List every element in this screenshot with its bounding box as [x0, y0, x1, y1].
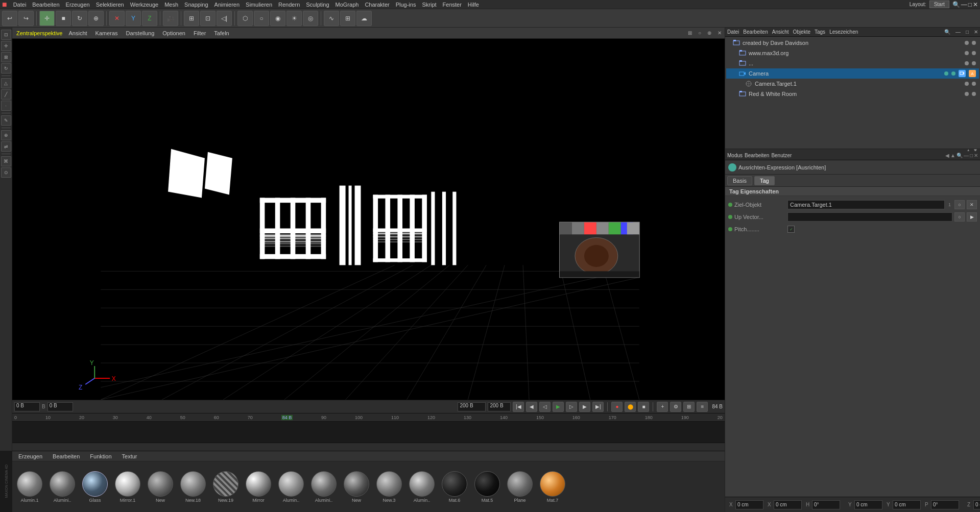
- x-rot-field[interactable]: 0 cm: [774, 500, 802, 509]
- scene-btn[interactable]: ☀: [286, 11, 302, 26]
- mat-tab-bearbeiten[interactable]: Bearbeiten: [51, 452, 82, 460]
- z-btn[interactable]: Z: [142, 11, 157, 26]
- viewport-area[interactable]: Zentralperspektive Ansicht Kameras Darst…: [12, 28, 725, 400]
- spline-btn[interactable]: ∿: [324, 11, 339, 26]
- timeline-grid-btn[interactable]: ⊞: [683, 402, 695, 412]
- redo-button[interactable]: ↪: [18, 11, 34, 26]
- timeline-ruler[interactable]: 0 10 20 30 40 50 60 70 84 B 90 100 110 1…: [12, 413, 725, 422]
- mat-new3[interactable]: New.3: [374, 471, 404, 503]
- rn-icon2[interactable]: —: [955, 29, 961, 35]
- mat-tab-textur[interactable]: Textur: [120, 452, 139, 460]
- props-tab-basis[interactable]: Basis: [727, 176, 752, 185]
- mat-alumin4[interactable]: Alumini..: [308, 471, 339, 503]
- prop-arr-btn[interactable]: ▶: [967, 212, 977, 222]
- menu-mograph[interactable]: MoGraph: [332, 1, 362, 8]
- poly-btn[interactable]: △: [1, 78, 11, 88]
- mat-tab-erzeugen[interactable]: Erzeugen: [16, 452, 44, 460]
- cube-btn[interactable]: ⬡: [237, 11, 253, 26]
- snap-btn[interactable]: ⊕: [1, 130, 11, 140]
- edge-btn[interactable]: ╱: [1, 89, 11, 100]
- select-all-btn[interactable]: ⊡: [1, 30, 11, 40]
- next-key-btn[interactable]: ▷: [566, 402, 577, 412]
- prop-value[interactable]: [787, 212, 952, 222]
- vp-icon-4[interactable]: ✕: [718, 30, 722, 36]
- auto-key-btn[interactable]: ⬤: [625, 402, 636, 412]
- paint-btn[interactable]: ✎: [1, 115, 11, 126]
- prop-clear-btn[interactable]: ✕: [967, 200, 977, 209]
- obj-row-camera-target[interactable]: Camera.Target.1: [726, 79, 979, 89]
- props-edit-btn[interactable]: Bearbeiten: [745, 153, 769, 158]
- menu-skript[interactable]: Skript: [419, 1, 439, 8]
- deform-btn[interactable]: ◉: [270, 11, 285, 26]
- timeline-add-btn[interactable]: +: [657, 402, 668, 412]
- prev-key-btn[interactable]: ◁: [539, 402, 551, 412]
- mat-new1[interactable]: New: [145, 471, 176, 503]
- obj-row-camera[interactable]: Camera A: [726, 68, 979, 79]
- menu-mesh[interactable]: Mesh: [161, 1, 181, 8]
- mat-mat7[interactable]: Mat.7: [537, 471, 568, 503]
- light-btn[interactable]: ◎: [303, 11, 318, 26]
- frame-start-field[interactable]: 0 B: [14, 402, 40, 411]
- vp-menu-ansicht[interactable]: Ansicht: [67, 29, 89, 37]
- move-button[interactable]: ✛: [39, 11, 55, 26]
- stop-btn[interactable]: ■: [638, 402, 649, 412]
- menu-fenster[interactable]: Fenster: [440, 1, 465, 8]
- rec-start-btn[interactable]: |◀: [513, 402, 524, 412]
- obj-row-dave[interactable]: created by Dave Davidson: [726, 38, 979, 48]
- play-btn[interactable]: ▶: [553, 402, 564, 412]
- p-field[interactable]: 0°: [931, 500, 959, 509]
- props-close[interactable]: ✕: [974, 153, 978, 158]
- vp-menu-darstellung[interactable]: Darstellung: [124, 29, 157, 37]
- rn-icon3[interactable]: □: [966, 29, 969, 35]
- frame-prev[interactable]: ◁|: [217, 11, 232, 26]
- x-btn[interactable]: ✕: [109, 11, 125, 26]
- menu-rendern[interactable]: Rendern: [275, 1, 303, 8]
- record-btn[interactable]: ●: [611, 402, 623, 412]
- menu-hilfe[interactable]: Hilfe: [465, 1, 482, 8]
- sculpt-btn[interactable]: ⌘: [1, 156, 11, 166]
- vp-icon-3[interactable]: ⊕: [707, 30, 711, 36]
- y-rot-field[interactable]: 0 cm: [893, 500, 921, 509]
- vp-menu-kameras[interactable]: Kameras: [93, 29, 120, 37]
- search-icon[interactable]: 🔍: [952, 1, 960, 8]
- props-max[interactable]: □: [970, 153, 973, 158]
- prev-frame-btn[interactable]: ◀: [526, 402, 537, 412]
- undo-button[interactable]: ↩: [2, 11, 17, 26]
- vp-menu-filter[interactable]: Filter: [192, 29, 208, 37]
- nurbs-btn[interactable]: ○: [254, 11, 269, 26]
- brush-btn[interactable]: ⊙: [1, 167, 11, 178]
- minimize-icon[interactable]: —: [961, 1, 967, 8]
- props-arrow-left[interactable]: ◀: [945, 153, 949, 158]
- timeline-more-btn[interactable]: ≡: [697, 402, 708, 412]
- rn-tags[interactable]: Tags: [815, 29, 825, 35]
- menu-bearbeiten[interactable]: Bearbeiten: [29, 1, 62, 8]
- obj-row-www[interactable]: www.max3d.org: [726, 48, 979, 58]
- mat-alumin3[interactable]: Alumin..: [276, 471, 306, 503]
- vp-menu-optionen[interactable]: Optionen: [160, 29, 187, 37]
- rotate-tool-btn[interactable]: ↻: [1, 63, 11, 74]
- props-user-btn[interactable]: Benutzer: [771, 153, 792, 158]
- mat-new19[interactable]: New.19: [210, 471, 241, 503]
- move-tool-btn[interactable]: ✛: [1, 41, 11, 51]
- y-pos-field[interactable]: 0 cm: [854, 500, 882, 509]
- maximize-icon[interactable]: □: [968, 1, 972, 8]
- menu-sculpting[interactable]: Sculpting: [303, 1, 332, 8]
- mat-tab-funktion[interactable]: Funktion: [88, 452, 113, 460]
- y-btn[interactable]: Y: [126, 11, 141, 26]
- mirror-btn[interactable]: ⇌: [1, 141, 11, 152]
- mat-aluminl2[interactable]: Alumini..: [47, 471, 78, 503]
- rn-icon1[interactable]: 🔍: [944, 29, 950, 35]
- prop-checkbox[interactable]: ✓: [787, 226, 795, 233]
- menu-erzeugen[interactable]: Erzeugen: [63, 1, 93, 8]
- frame-end-field[interactable]: 200 B: [458, 402, 486, 411]
- render-btn[interactable]: ☁: [356, 11, 372, 26]
- mat-aluminl1[interactable]: Alumin.1: [14, 471, 45, 503]
- mat-new2[interactable]: New: [341, 471, 372, 503]
- camera-btn[interactable]: 🎥: [163, 11, 178, 26]
- scale-button[interactable]: ⊕: [88, 11, 104, 26]
- scale-tool-btn[interactable]: ⊠: [1, 52, 11, 62]
- menu-snapping[interactable]: Snapping: [181, 1, 211, 8]
- mat-new18[interactable]: New.18: [178, 471, 208, 503]
- menu-animieren[interactable]: Animieren: [211, 1, 243, 8]
- mat-plane[interactable]: Plane: [505, 471, 535, 503]
